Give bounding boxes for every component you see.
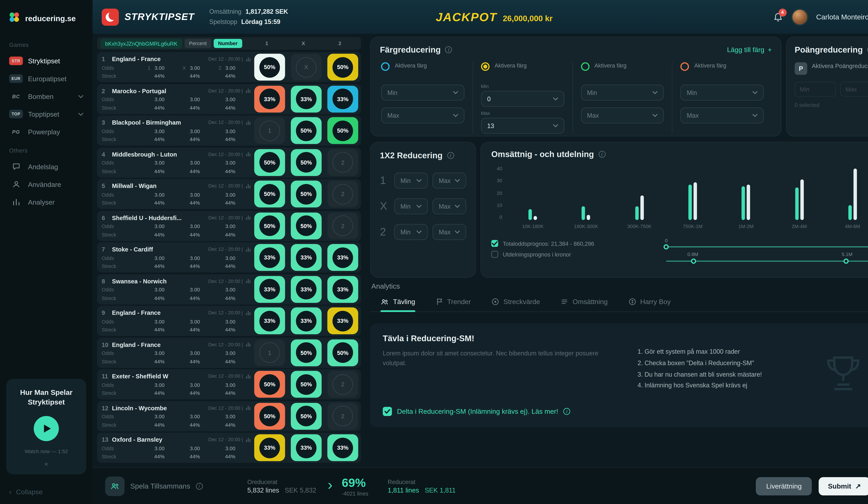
slider-track[interactable]: [666, 261, 868, 262]
outcome-cell[interactable]: 33%: [291, 276, 322, 303]
outcome-cell[interactable]: 33%: [254, 244, 285, 271]
outcome-cell[interactable]: X: [291, 54, 322, 81]
outcome-cell[interactable]: 1: [254, 117, 285, 144]
info-icon[interactable]: i: [445, 46, 452, 53]
points-max-input[interactable]: [840, 82, 868, 97]
outcome-cell[interactable]: 50%: [291, 403, 322, 430]
tab-trender[interactable]: Trender: [436, 298, 471, 311]
min-select[interactable]: 0: [481, 91, 564, 107]
outcome-cell[interactable]: 33%: [291, 244, 322, 271]
outcome-cell[interactable]: 50%: [291, 117, 322, 144]
stats-icon[interactable]: [246, 278, 251, 283]
color-radio[interactable]: [481, 62, 489, 71]
sidebar-item-andelslag[interactable]: Andelslag: [0, 158, 93, 176]
outcome-cell[interactable]: 33%: [254, 434, 285, 461]
outcome-cell[interactable]: 33%: [328, 307, 358, 334]
sm-checkbox-label[interactable]: Delta i Reducering-SM (Inlämning krävs e…: [397, 408, 558, 416]
min-select-x[interactable]: Min: [394, 198, 428, 214]
stats-icon[interactable]: [246, 88, 251, 93]
tab-harry-boy[interactable]: Harry Boy: [628, 298, 671, 311]
outcome-cell[interactable]: 33%: [328, 85, 358, 112]
info-icon[interactable]: i: [599, 151, 605, 158]
slider-handle[interactable]: [663, 244, 669, 250]
sidebar-item-powerplay[interactable]: PGPowerplay: [0, 123, 93, 140]
tab-omsattning[interactable]: Omsättning: [560, 298, 608, 311]
outcome-cell[interactable]: 50%: [291, 371, 322, 398]
avatar[interactable]: [791, 8, 808, 25]
outcome-cell[interactable]: 33%: [328, 276, 358, 303]
max-select-1[interactable]: Max: [432, 172, 466, 188]
stats-icon[interactable]: [246, 310, 251, 315]
submit-button[interactable]: Submit ↗: [819, 477, 868, 495]
outcome-cell[interactable]: 33%: [328, 244, 358, 271]
outcome-cell[interactable]: 50%: [254, 149, 285, 176]
min-select[interactable]: Min: [581, 85, 664, 101]
stats-icon[interactable]: [246, 342, 251, 347]
stats-icon[interactable]: [246, 215, 251, 220]
sidebar-item-anvandare[interactable]: Användare: [0, 176, 93, 193]
sidebar-item-bomben[interactable]: BCBomben: [0, 87, 93, 105]
outcome-cell[interactable]: 2: [328, 403, 358, 430]
min-select-1[interactable]: Min: [394, 172, 428, 188]
outcome-cell[interactable]: 50%: [291, 212, 322, 239]
app-logo[interactable]: reducering.se: [0, 0, 93, 35]
max-select[interactable]: Max: [381, 107, 464, 123]
min-select-2[interactable]: Min: [394, 224, 428, 240]
max-select[interactable]: 13: [481, 118, 564, 134]
close-icon[interactable]: ×: [13, 461, 80, 468]
outcome-cell[interactable]: 33%: [328, 434, 358, 461]
outcome-cell[interactable]: 50%: [254, 212, 285, 239]
info-icon[interactable]: i: [447, 152, 454, 159]
color-radio[interactable]: [581, 62, 589, 71]
info-icon[interactable]: i: [563, 408, 570, 415]
legend-checkbox[interactable]: [491, 240, 498, 247]
sidebar-item-europatipset[interactable]: EUREuropatipset: [0, 70, 93, 87]
stats-icon[interactable]: [246, 374, 251, 379]
outcome-cell[interactable]: 33%: [291, 434, 322, 461]
outcome-cell[interactable]: 33%: [254, 276, 285, 303]
outcome-cell[interactable]: 2: [328, 212, 358, 239]
collapse-button[interactable]: ‹ Collapse: [9, 488, 43, 496]
percent-toggle[interactable]: Percent: [184, 39, 211, 48]
sm-checkbox[interactable]: [383, 407, 392, 416]
slider-handle[interactable]: [844, 259, 849, 264]
outcome-cell[interactable]: 50%: [291, 149, 322, 176]
outcome-cell[interactable]: 33%: [254, 307, 285, 334]
sidebar-item-stryktipset[interactable]: STRStryktipset: [0, 52, 93, 70]
coupon-code[interactable]: bKxh3yxJZnQhbGMRLg6uRK: [101, 39, 182, 48]
play-button[interactable]: [34, 416, 59, 441]
stats-icon[interactable]: [246, 56, 251, 61]
outcome-cell[interactable]: 50%: [291, 339, 322, 366]
color-radio[interactable]: [681, 62, 689, 71]
info-icon[interactable]: i: [867, 46, 868, 53]
min-select[interactable]: Min: [681, 85, 764, 101]
outcome-cell[interactable]: 50%: [254, 180, 285, 207]
number-toggle[interactable]: Number: [214, 39, 242, 48]
outcome-cell[interactable]: 50%: [291, 180, 322, 207]
outcome-cell[interactable]: 50%: [328, 117, 358, 144]
info-icon[interactable]: i: [196, 483, 203, 490]
stats-icon[interactable]: [246, 437, 251, 442]
sidebar-item-topptipset[interactable]: TOPTopptipset: [0, 105, 93, 123]
add-color-button[interactable]: Lägg till färg +: [727, 46, 772, 54]
stats-icon[interactable]: [246, 405, 251, 410]
outcome-cell[interactable]: 33%: [291, 85, 322, 112]
stats-icon[interactable]: [246, 183, 251, 188]
outcome-cell[interactable]: 2: [328, 371, 358, 398]
outcome-cell[interactable]: 50%: [254, 371, 285, 398]
outcome-cell[interactable]: 33%: [254, 85, 285, 112]
max-select-x[interactable]: Max: [432, 198, 466, 214]
tab-streckvarde[interactable]: Streckvärde: [492, 298, 540, 311]
sidebar-item-analyser[interactable]: Analyser: [0, 193, 93, 211]
max-select-2[interactable]: Max: [432, 224, 466, 240]
stryktipset-logo[interactable]: STRYKTIPSET: [102, 8, 194, 25]
outcome-cell[interactable]: 2: [328, 149, 358, 176]
outcome-cell[interactable]: 50%: [254, 54, 285, 81]
max-select[interactable]: Max: [581, 107, 664, 123]
live-correction-button[interactable]: Liverättning: [756, 477, 812, 495]
outcome-cell[interactable]: 33%: [291, 307, 322, 334]
min-select[interactable]: Min: [381, 85, 464, 101]
color-radio[interactable]: [381, 62, 390, 71]
outcome-cell[interactable]: 1: [254, 339, 285, 366]
play-together[interactable]: Spela Tillsammans i: [105, 476, 203, 496]
